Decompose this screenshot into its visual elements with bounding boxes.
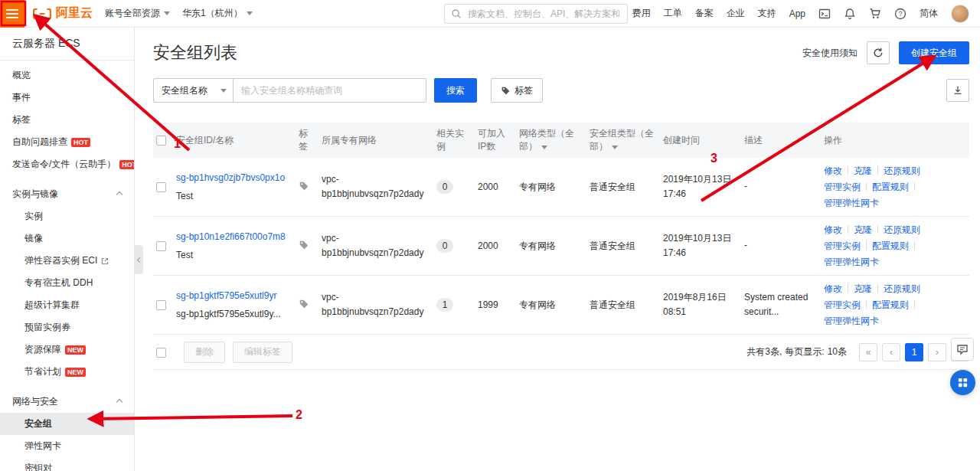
sidebar-item[interactable]: 实例与镜像 (0, 183, 134, 205)
main-content: 安全组列表 安全使用须知 创建安全组 安全组名称 搜索 标签 安全组ID/名称 … (135, 28, 980, 471)
sidebar-item[interactable]: 事件 (0, 87, 134, 109)
bell-icon[interactable] (844, 8, 856, 20)
sidebar-item[interactable]: 弹性容器实例 ECI (0, 250, 134, 272)
action-clone[interactable]: 克隆 (854, 165, 872, 176)
pagination-page-1[interactable]: 1 (905, 343, 923, 361)
action-restore-rules[interactable]: 还原规则 (884, 165, 920, 176)
sidebar-item[interactable]: 实例 (0, 205, 134, 227)
aliyun-logo[interactable]: 阿里云 (32, 5, 93, 21)
column-header-sg-type[interactable]: 安全组类型（全部） (590, 123, 663, 158)
action-restore-rules[interactable]: 还原规则 (884, 224, 920, 235)
edit-tag-button[interactable]: 编辑标签 (233, 342, 292, 363)
sidebar-item[interactable]: 安全组 (0, 413, 134, 435)
topbar-menu-item[interactable]: 企业 (727, 7, 745, 20)
sidebar-item[interactable]: 资源保障 NEW (0, 339, 134, 361)
instance-count-badge[interactable]: 1 (436, 298, 453, 312)
column-header-network-type[interactable]: 网络类型（全部） (519, 123, 590, 158)
sidebar-item[interactable]: 概览 (0, 64, 134, 87)
global-search-input[interactable] (466, 8, 621, 20)
sidebar-item[interactable]: 专有宿主机 DDH (0, 272, 134, 294)
select-all-checkbox[interactable] (156, 136, 166, 146)
action-manage-eni[interactable]: 管理弹性网卡 (824, 316, 879, 326)
action-config-rules[interactable]: 配置规则 (872, 299, 909, 310)
sidebar-item[interactable]: 镜像 (0, 227, 134, 250)
row-checkbox[interactable] (156, 182, 166, 192)
action-manage-eni[interactable]: 管理弹性网卡 (824, 198, 879, 208)
language-selector[interactable]: 简体 (920, 7, 938, 20)
sidebar-item[interactable]: 标签 (0, 109, 134, 131)
sidebar-item[interactable]: 密钥对 (0, 457, 134, 471)
action-edit[interactable]: 修改 (824, 165, 842, 176)
filter-caret-icon[interactable] (541, 146, 547, 149)
sg-id-link[interactable]: sg-bp10n1e2fi667t00o7m8 (176, 231, 286, 242)
action-manage-instances[interactable]: 管理实例 (824, 182, 861, 192)
divider (914, 300, 915, 309)
tag-icon[interactable] (299, 240, 309, 250)
sidebar-item[interactable]: 预留实例券 (0, 316, 134, 339)
widget-panel-button[interactable] (950, 370, 975, 395)
page-size-select[interactable]: 10条 (828, 345, 847, 358)
topbar-menu-item[interactable]: 工单 (664, 7, 682, 20)
global-search-box[interactable] (444, 4, 628, 24)
avatar[interactable] (951, 5, 969, 23)
download-button[interactable] (946, 79, 969, 102)
search-button[interactable]: 搜索 (434, 78, 477, 103)
action-restore-rules[interactable]: 还原规则 (884, 283, 920, 294)
account-resource-selector[interactable]: 账号全部资源 (105, 7, 170, 20)
sg-id-link[interactable]: sg-bp1gktf5795e5xutl9yr (176, 290, 276, 301)
row-checkbox[interactable] (156, 241, 166, 251)
chevron-up-icon[interactable] (116, 191, 122, 197)
action-clone[interactable]: 克隆 (854, 224, 872, 235)
footer-select-all-checkbox[interactable] (156, 348, 166, 358)
action-edit[interactable]: 修改 (824, 283, 842, 294)
sidebar-item[interactable]: 超级计算集群 (0, 294, 134, 316)
instance-count-badge[interactable]: 0 (436, 180, 453, 194)
region-selector[interactable]: 华东1（杭州） (182, 7, 253, 20)
tag-icon[interactable] (299, 299, 309, 309)
action-config-rules[interactable]: 配置规则 (872, 240, 909, 251)
feedback-chat-button[interactable] (951, 338, 974, 361)
row-checkbox[interactable] (156, 300, 166, 310)
sidebar-item-label: 镜像 (24, 232, 43, 245)
topbar-menu-item[interactable]: 备案 (695, 7, 714, 20)
sidebar-item-label: 密钥对 (24, 462, 52, 471)
pagination-prev-button[interactable]: ‹ (882, 343, 900, 361)
pagination-next-button[interactable]: › (928, 343, 946, 361)
action-manage-eni[interactable]: 管理弹性网卡 (824, 257, 879, 267)
chevron-down-icon (164, 11, 170, 15)
sidebar-item[interactable]: 节省计划 NEW (0, 361, 134, 383)
help-icon[interactable]: ? (894, 8, 906, 20)
chevron-up-icon[interactable] (116, 398, 122, 404)
sidebar-item[interactable]: 弹性网卡 (0, 435, 134, 457)
sidebar-item-label: 事件 (12, 91, 31, 104)
topbar-menu-item[interactable]: App (789, 8, 805, 19)
sg-id-link[interactable]: sg-bp1hvsg0zjb7bvs0px1o (176, 172, 285, 183)
tag-icon[interactable] (299, 181, 309, 191)
filter-field-select[interactable]: 安全组名称 (153, 78, 234, 103)
action-edit[interactable]: 修改 (824, 224, 842, 235)
instance-count-badge[interactable]: 0 (436, 239, 453, 253)
topbar-menu-item[interactable]: 费用 (632, 7, 651, 20)
action-clone[interactable]: 克隆 (854, 283, 872, 294)
create-security-group-button[interactable]: 创建安全组 (899, 41, 969, 64)
action-manage-instances[interactable]: 管理实例 (824, 240, 861, 251)
safety-notice-link[interactable]: 安全使用须知 (802, 47, 858, 60)
action-manage-instances[interactable]: 管理实例 (824, 299, 861, 310)
console-icon[interactable] (818, 8, 831, 20)
sidebar-item[interactable]: 网络与安全 (0, 391, 134, 413)
filter-caret-icon[interactable] (612, 146, 618, 149)
sidebar-item[interactable]: 自助问题排查 HOT (0, 131, 134, 153)
vpc-id: vpc-bp1bbjnubvsqzn7p2dady (322, 227, 436, 265)
delete-button[interactable]: 删除 (184, 342, 225, 363)
security-group-name-input[interactable] (234, 78, 426, 103)
hamburger-menu-icon[interactable] (0, 0, 24, 28)
description: System created securit... (744, 286, 824, 324)
topbar-menu-item[interactable]: 支持 (758, 7, 776, 20)
pagination-first-button[interactable]: « (859, 343, 877, 361)
sidebar-collapse-handle[interactable] (135, 245, 143, 274)
refresh-button[interactable] (867, 41, 890, 64)
tag-filter-button[interactable]: 标签 (491, 78, 543, 103)
action-config-rules[interactable]: 配置规则 (872, 182, 909, 192)
cart-icon[interactable] (869, 8, 881, 20)
sidebar-item[interactable]: 发送命令/文件（云助手） HOT (0, 153, 134, 175)
